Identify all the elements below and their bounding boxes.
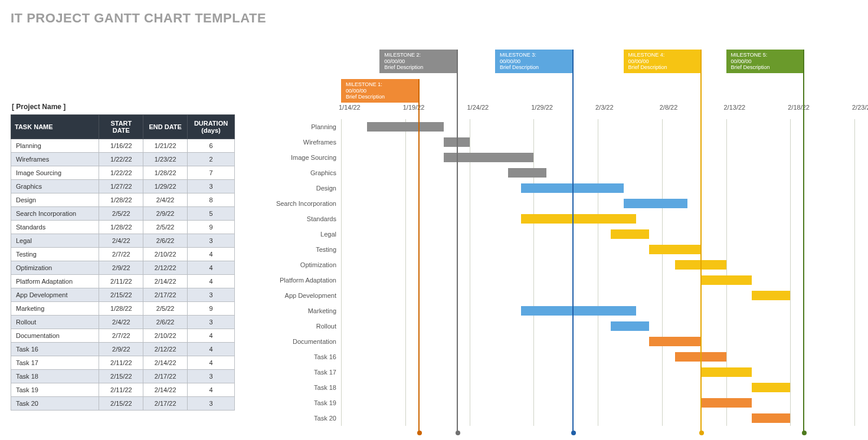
cell-end: 2/6/22 — [143, 234, 188, 248]
cell-start: 2/5/22 — [99, 207, 143, 221]
gantt-bar — [700, 367, 752, 377]
cell-start: 2/4/22 — [99, 234, 143, 248]
cell-duration: 3 — [188, 370, 235, 383]
gantt-row-label: Task 20 — [254, 415, 336, 422]
cell-start: 2/15/22 — [99, 370, 143, 383]
cell-duration: 8 — [188, 193, 235, 207]
milestone-line — [418, 79, 420, 433]
task-table: TASK NAME START DATE END DATE DURATION (… — [11, 114, 235, 411]
gantt-bar — [508, 168, 546, 178]
cell-task-name: Documentation — [11, 329, 99, 343]
cell-end: 2/14/22 — [143, 356, 188, 370]
gantt-row-label: Optimization — [254, 261, 336, 268]
table-row: Task 172/11/222/14/224 — [11, 356, 235, 370]
cell-end: 1/21/22 — [143, 139, 188, 153]
table-row: Marketing1/28/222/5/229 — [11, 302, 235, 316]
table-row: Search Incorporation2/5/222/9/225 — [11, 207, 235, 221]
axis-tick: 2/3/22 — [595, 104, 614, 111]
table-row: Design1/28/222/4/228 — [11, 193, 235, 207]
gantt-bar — [700, 275, 752, 285]
cell-duration: 9 — [188, 302, 235, 316]
col-task-name: TASK NAME — [11, 115, 99, 139]
milestone-line — [572, 50, 574, 433]
cell-start: 2/9/22 — [99, 261, 143, 275]
gantt-row-label: Task 17 — [254, 369, 336, 376]
cell-start: 2/11/22 — [99, 356, 143, 370]
cell-duration: 2 — [188, 153, 235, 166]
cell-duration: 4 — [188, 329, 235, 343]
cell-duration: 4 — [188, 356, 235, 370]
cell-end: 2/17/22 — [143, 370, 188, 383]
cell-start: 1/28/22 — [99, 302, 143, 316]
gantt-bar — [521, 306, 637, 316]
cell-end: 2/6/22 — [143, 316, 188, 329]
gantt-row-label: Testing — [254, 246, 336, 253]
table-row: Task 182/15/222/17/223 — [11, 370, 235, 383]
gantt-row-label: Standards — [254, 215, 336, 222]
table-row: Planning1/16/221/21/226 — [11, 139, 235, 153]
gantt-chart: MILESTONE 1: 00/00/00 Brief DescriptionM… — [276, 38, 857, 426]
cell-duration: 4 — [188, 383, 235, 397]
cell-task-name: Graphics — [11, 180, 99, 193]
gantt-row-label: Graphics — [254, 169, 336, 176]
cell-task-name: Marketing — [11, 302, 99, 316]
cell-duration: 9 — [188, 221, 235, 234]
table-row: Task 162/9/222/12/224 — [11, 343, 235, 356]
gantt-bar — [752, 291, 790, 300]
task-table-panel: [ Project Name ] TASK NAME START DATE EN… — [11, 103, 235, 411]
cell-task-name: Task 20 — [11, 397, 99, 411]
table-row: Task 202/15/222/17/223 — [11, 397, 235, 411]
cell-duration: 3 — [188, 316, 235, 329]
table-row: App Development2/15/222/17/223 — [11, 288, 235, 302]
table-row: Task 192/11/222/14/224 — [11, 383, 235, 397]
gantt-bar — [521, 214, 637, 224]
cell-duration: 3 — [188, 234, 235, 248]
milestone-line — [700, 50, 702, 433]
table-row: Testing2/7/222/10/224 — [11, 248, 235, 261]
milestone-flag: MILESTONE 2: 00/00/00 Brief Description — [379, 50, 457, 73]
gantt-row-label: Marketing — [254, 307, 336, 314]
gantt-bar — [752, 413, 790, 423]
milestone-flag: MILESTONE 3: 00/00/00 Brief Description — [495, 50, 572, 73]
col-duration: DURATION (days) — [188, 115, 235, 139]
cell-duration: 3 — [188, 180, 235, 193]
table-row: Graphics1/27/221/29/223 — [11, 180, 235, 193]
cell-start: 2/9/22 — [99, 343, 143, 356]
gantt-row-label: Planning — [254, 123, 336, 130]
cell-end: 2/17/22 — [143, 288, 188, 302]
gantt-bar — [611, 321, 649, 331]
cell-start: 1/28/22 — [99, 221, 143, 234]
cell-task-name: App Development — [11, 288, 99, 302]
axis-tick: 2/23/22 — [852, 104, 868, 111]
cell-start: 2/4/22 — [99, 316, 143, 329]
cell-start: 2/7/22 — [99, 329, 143, 343]
axis-tick: 2/18/22 — [788, 104, 810, 111]
axis-tick: 2/8/22 — [660, 104, 678, 111]
gantt-row-label: Design — [254, 185, 336, 192]
cell-task-name: Task 18 — [11, 370, 99, 383]
gantt-bar — [367, 122, 444, 132]
gantt-row-label: Image Sourcing — [254, 154, 336, 161]
gantt-bar — [649, 245, 700, 254]
cell-duration: 4 — [188, 261, 235, 275]
milestone-flag: MILESTONE 1: 00/00/00 Brief Description — [341, 79, 418, 103]
cell-task-name: Task 16 — [11, 343, 99, 356]
milestone-line — [803, 50, 804, 433]
cell-duration: 3 — [188, 288, 235, 302]
cell-task-name: Platform Adaptation — [11, 275, 99, 288]
cell-end: 2/14/22 — [143, 275, 188, 288]
axis-tick: 1/19/22 — [403, 104, 425, 111]
cell-task-name: Testing — [11, 248, 99, 261]
gantt-row-label: App Development — [254, 292, 336, 299]
cell-end: 1/28/22 — [143, 166, 188, 180]
cell-end: 2/10/22 — [143, 329, 188, 343]
table-row: Legal2/4/222/6/223 — [11, 234, 235, 248]
gantt-bar — [611, 229, 649, 239]
project-name-label: [ Project Name ] — [12, 103, 235, 111]
cell-duration: 6 — [188, 139, 235, 153]
gantt-row-label: Task 18 — [254, 384, 336, 391]
cell-end: 2/9/22 — [143, 207, 188, 221]
cell-end: 2/12/22 — [143, 343, 188, 356]
axis-tick: 1/29/22 — [531, 104, 553, 111]
table-row: Standards1/28/222/5/229 — [11, 221, 235, 234]
